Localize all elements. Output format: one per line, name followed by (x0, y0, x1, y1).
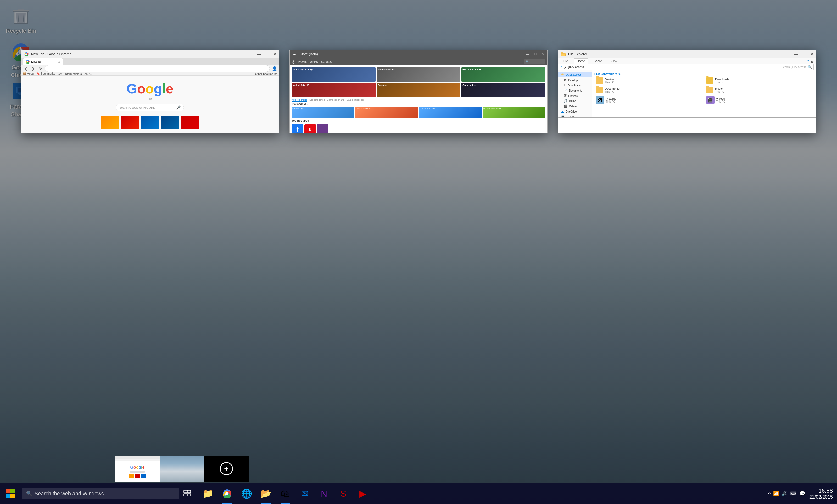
taskbar-preview-chrome[interactable]: Google (115, 455, 160, 482)
taskbar-start-button[interactable] (0, 483, 21, 504)
store-window-thumb[interactable]: 🛍 Store (Beta) — □ ✕ ❮ HOME APPS GAMES 🔍 (289, 50, 548, 133)
store-app-facebook[interactable]: f (292, 124, 303, 133)
store-minimize-btn[interactable]: — (524, 51, 532, 58)
explorer-sidebar-quickaccess[interactable]: ★ Quick access (558, 72, 592, 77)
chrome-bookmarks-info[interactable]: Information is Beaut... (65, 72, 93, 75)
explorer-search-input[interactable]: Search Quick access 🔍 (780, 64, 814, 70)
chrome-thumb-3[interactable] (141, 116, 159, 129)
taskview-button[interactable] (179, 483, 196, 504)
store-tab-app-charts[interactable]: App top charts (292, 98, 307, 102)
explorer-item-downloads[interactable]: Downloads This PC (705, 76, 814, 85)
chrome-address-bar[interactable] (45, 65, 270, 72)
explorer-tab-share[interactable]: Share (591, 59, 605, 64)
explorer-tab-view[interactable]: View (608, 59, 620, 64)
store-game-5[interactable]: Salvage (377, 83, 460, 97)
chrome-thumb-5[interactable] (181, 116, 199, 129)
explorer-sidebar-documents[interactable]: 📄 Documents (558, 88, 592, 93)
explorer-sidebar-downloads[interactable]: ⬇ Downloads (558, 83, 592, 88)
taskbar-item-onenote[interactable]: N (315, 483, 334, 504)
taskbar-item-mail[interactable]: ✉ (295, 483, 314, 504)
add-desktop-button[interactable]: + (220, 462, 233, 475)
explorer-sidebar-music[interactable]: 🎵 Music (558, 98, 592, 104)
explorer-item-pictures[interactable]: 🖼 Pictures This PC (594, 95, 704, 105)
explorer-minimize-btn[interactable]: — (792, 51, 800, 58)
taskbar-item-fileexplorer[interactable]: 📁 (198, 483, 217, 504)
taskbar-clock[interactable]: 16:58 21/02/2015 (809, 487, 833, 500)
chrome-tab[interactable]: New Tab × (23, 58, 63, 65)
chrome-thumb-1[interactable] (101, 116, 119, 129)
explorer-item-videos[interactable]: 🎬 Videos This PC (705, 95, 814, 105)
explorer-address-up[interactable]: ↑ (560, 65, 562, 69)
store-search-bar[interactable]: 🔍 (524, 59, 545, 64)
taskbar-preview-add-desktop[interactable]: + (204, 455, 249, 482)
store-pick-1[interactable]: Kara Reader (292, 107, 354, 118)
store-game-3[interactable]: BBC Good Food (461, 67, 545, 82)
store-nav-home[interactable]: HOME (298, 60, 307, 63)
store-game-4[interactable]: Virtual City HD (292, 83, 376, 97)
explorer-maximize-btn[interactable]: □ (800, 51, 808, 58)
chrome-forward-btn[interactable]: ❯ (30, 66, 36, 72)
taskbar-item-folder[interactable]: 📂 (256, 483, 275, 504)
store-pick-3[interactable]: Eclipse Manager (419, 107, 482, 118)
chrome-profile-icon[interactable]: 👤 (272, 66, 277, 71)
explorer-close-btn[interactable]: ✕ (808, 51, 816, 58)
taskbar-keyboard-icon[interactable]: ⌨ (790, 491, 797, 497)
store-nav-apps[interactable]: APPS (310, 60, 318, 63)
store-nav-games[interactable]: GAMES (321, 60, 332, 63)
chrome-minimize-btn[interactable]: — (255, 51, 263, 58)
store-game-6[interactable]: Grapholite... (461, 83, 545, 97)
store-tab-app-categories[interactable]: App categories (309, 98, 325, 102)
taskbar-item-video[interactable]: ▶ (353, 483, 372, 504)
taskbar-network-icon[interactable]: 📶 (773, 491, 779, 497)
chrome-thumb-4[interactable] (161, 116, 179, 129)
store-back-btn[interactable]: ❮ (292, 59, 295, 65)
store-app-other[interactable] (317, 124, 328, 133)
store-pick-4[interactable]: Guardians of the G... (483, 107, 545, 118)
chrome-window-thumb[interactable]: New Tab - Google Chrome — □ ✕ (21, 50, 279, 133)
chrome-bookmarks-apps[interactable]: 📦 Apps (23, 72, 34, 75)
chrome-close-btn[interactable]: ✕ (271, 51, 279, 58)
taskbar-item-chrome[interactable] (218, 483, 237, 504)
windows-logo-icon (6, 489, 15, 498)
store-game-1[interactable]: 2020: My Country (292, 67, 376, 82)
taskbar-notification-icon[interactable]: 💬 (799, 491, 805, 497)
chrome-tab-close[interactable]: × (58, 60, 60, 63)
explorer-expand-btn[interactable]: ▲ (810, 59, 814, 63)
chrome-bookmarks-ga[interactable]: GA (58, 72, 62, 75)
explorer-help-btn[interactable]: ? (807, 59, 809, 63)
taskbar-volume-icon[interactable]: 🔊 (782, 491, 787, 497)
explorer-sidebar-pictures[interactable]: 🖼 Pictures (558, 93, 592, 98)
chrome-back-btn[interactable]: ❮ (23, 66, 29, 72)
store-maximize-btn[interactable]: □ (532, 51, 539, 58)
explorer-sidebar-videos[interactable]: 🎬 Videos (558, 104, 592, 109)
store-tab-game-categories[interactable]: Game categories (346, 98, 364, 102)
explorer-item-documents-info: Documents This PC (605, 87, 620, 93)
taskbar-arrow-icon[interactable]: ^ (768, 491, 770, 497)
chrome-maximize-btn[interactable]: □ (263, 51, 271, 58)
taskbar-item-store[interactable]: 🛍 (276, 483, 295, 504)
store-game-2[interactable]: Twin Moons HD (377, 67, 460, 82)
store-pick-2[interactable]: Pocket Danger (355, 107, 418, 118)
taskbar-preview-desktop[interactable] (160, 455, 204, 482)
explorer-sidebar-desktop[interactable]: 🖥 Desktop (558, 77, 592, 83)
store-tab-game-charts[interactable]: Game top charts (327, 98, 344, 102)
explorer-item-desktop[interactable]: Desktop This PC (594, 76, 704, 85)
taskbar-item-sway[interactable]: S (334, 483, 353, 504)
taskbar-item-ie[interactable]: 🌐 (237, 483, 256, 504)
explorer-tab-home[interactable]: Home (574, 58, 588, 64)
chrome-other-bookmarks[interactable]: Other bookmarks (255, 72, 277, 75)
explorer-tab-file[interactable]: File (560, 59, 571, 64)
explorer-item-documents[interactable]: Documents This PC (594, 86, 704, 94)
google-search-bar[interactable]: Search Google or type URL 🎤 (116, 104, 184, 111)
explorer-window-thumb[interactable]: File Explorer — □ ✕ File Home Share View… (558, 50, 816, 133)
explorer-sidebar-onedrive[interactable]: ☁ OneDrive (558, 109, 592, 114)
store-app-netflix[interactable]: N (304, 124, 316, 133)
store-close-btn[interactable]: ✕ (539, 51, 547, 58)
taskbar-search-bar[interactable]: 🔍 Search the web and Windows (22, 488, 179, 499)
chrome-bookmarks-main[interactable]: 🔖 Bookmarks (36, 72, 55, 75)
chrome-thumb-2[interactable] (121, 116, 139, 129)
google-search-mic[interactable]: 🎤 (176, 106, 181, 110)
explorer-item-music[interactable]: Music This PC (705, 86, 814, 94)
explorer-sidebar-thispc[interactable]: 💻 This PC (558, 114, 592, 118)
chrome-refresh-btn[interactable]: ↻ (37, 66, 44, 72)
